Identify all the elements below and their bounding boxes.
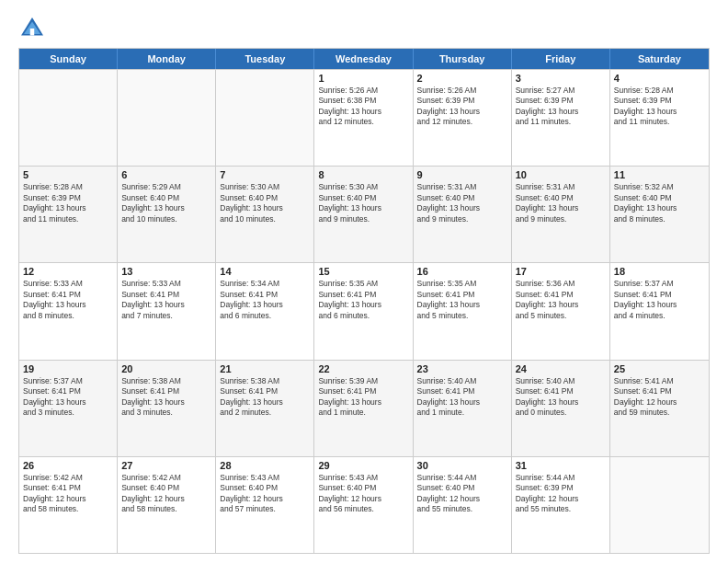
svg-rect-2 (30, 29, 35, 36)
day-headers: SundayMondayTuesdayWednesdayThursdayFrid… (19, 49, 709, 69)
calendar-day: 26Sunrise: 5:42 AM Sunset: 6:41 PM Dayli… (19, 457, 118, 553)
day-number: 14 (220, 266, 310, 277)
day-info: Sunrise: 5:37 AM Sunset: 6:41 PM Dayligh… (23, 376, 113, 419)
week-row: 26Sunrise: 5:42 AM Sunset: 6:41 PM Dayli… (19, 456, 709, 553)
day-number: 29 (318, 460, 408, 471)
calendar-day: 24Sunrise: 5:40 AM Sunset: 6:41 PM Dayli… (512, 361, 610, 456)
calendar-day: 17Sunrise: 5:36 AM Sunset: 6:41 PM Dayli… (512, 263, 610, 359)
day-info: Sunrise: 5:34 AM Sunset: 6:41 PM Dayligh… (220, 279, 310, 321)
day-number: 13 (121, 266, 211, 277)
logo-icon (18, 15, 46, 42)
day-info: Sunrise: 5:42 AM Sunset: 6:40 PM Dayligh… (121, 473, 211, 515)
day-number: 20 (121, 363, 211, 374)
calendar-day: 28Sunrise: 5:43 AM Sunset: 6:40 PM Dayli… (216, 457, 314, 553)
day-number: 19 (23, 363, 113, 374)
day-number: 8 (318, 169, 408, 180)
day-info: Sunrise: 5:29 AM Sunset: 6:40 PM Dayligh… (121, 182, 211, 224)
calendar: SundayMondayTuesdayWednesdayThursdayFrid… (18, 48, 710, 554)
week-row: 19Sunrise: 5:37 AM Sunset: 6:41 PM Dayli… (19, 360, 709, 456)
day-number: 18 (614, 266, 705, 277)
day-number: 15 (318, 266, 408, 277)
empty-day (216, 70, 314, 166)
day-number: 23 (417, 363, 507, 374)
day-header: Tuesday (216, 49, 314, 69)
day-info: Sunrise: 5:38 AM Sunset: 6:41 PM Dayligh… (220, 376, 310, 419)
day-number: 7 (220, 169, 310, 180)
empty-day (118, 70, 216, 166)
calendar-day: 11Sunrise: 5:32 AM Sunset: 6:40 PM Dayli… (610, 167, 709, 262)
day-info: Sunrise: 5:38 AM Sunset: 6:41 PM Dayligh… (121, 376, 211, 419)
day-number: 16 (417, 266, 507, 277)
day-info: Sunrise: 5:31 AM Sunset: 6:40 PM Dayligh… (516, 182, 606, 224)
day-number: 24 (516, 363, 606, 374)
day-number: 21 (220, 363, 310, 374)
week-row: 5Sunrise: 5:28 AM Sunset: 6:39 PM Daylig… (19, 166, 709, 262)
calendar-day: 13Sunrise: 5:33 AM Sunset: 6:41 PM Dayli… (118, 263, 216, 359)
day-info: Sunrise: 5:26 AM Sunset: 6:38 PM Dayligh… (318, 86, 408, 128)
day-number: 6 (121, 169, 211, 180)
day-info: Sunrise: 5:35 AM Sunset: 6:41 PM Dayligh… (417, 279, 507, 321)
calendar-day: 1Sunrise: 5:26 AM Sunset: 6:38 PM Daylig… (314, 70, 413, 166)
day-number: 9 (417, 169, 507, 180)
calendar-day: 22Sunrise: 5:39 AM Sunset: 6:41 PM Dayli… (314, 361, 413, 456)
day-info: Sunrise: 5:28 AM Sunset: 6:39 PM Dayligh… (614, 86, 705, 128)
day-number: 27 (121, 460, 211, 471)
day-number: 28 (220, 460, 310, 471)
calendar-day: 19Sunrise: 5:37 AM Sunset: 6:41 PM Dayli… (19, 361, 118, 456)
day-info: Sunrise: 5:26 AM Sunset: 6:39 PM Dayligh… (417, 86, 507, 128)
calendar-day: 31Sunrise: 5:44 AM Sunset: 6:39 PM Dayli… (512, 457, 610, 553)
day-info: Sunrise: 5:44 AM Sunset: 6:39 PM Dayligh… (516, 473, 606, 515)
calendar-day: 10Sunrise: 5:31 AM Sunset: 6:40 PM Dayli… (512, 167, 610, 262)
empty-day (610, 457, 709, 553)
calendar-day: 7Sunrise: 5:30 AM Sunset: 6:40 PM Daylig… (216, 167, 314, 262)
day-header: Monday (118, 49, 216, 69)
day-number: 25 (614, 363, 705, 374)
day-info: Sunrise: 5:44 AM Sunset: 6:40 PM Dayligh… (417, 473, 507, 515)
day-info: Sunrise: 5:28 AM Sunset: 6:39 PM Dayligh… (23, 182, 113, 224)
day-info: Sunrise: 5:41 AM Sunset: 6:41 PM Dayligh… (614, 376, 705, 419)
day-info: Sunrise: 5:30 AM Sunset: 6:40 PM Dayligh… (220, 182, 310, 224)
day-number: 12 (23, 266, 113, 277)
logo (18, 15, 50, 42)
day-number: 4 (614, 73, 705, 84)
day-info: Sunrise: 5:43 AM Sunset: 6:40 PM Dayligh… (318, 473, 408, 515)
calendar-day: 29Sunrise: 5:43 AM Sunset: 6:40 PM Dayli… (314, 457, 413, 553)
day-info: Sunrise: 5:31 AM Sunset: 6:40 PM Dayligh… (417, 182, 507, 224)
calendar-day: 30Sunrise: 5:44 AM Sunset: 6:40 PM Dayli… (414, 457, 512, 553)
day-info: Sunrise: 5:27 AM Sunset: 6:39 PM Dayligh… (516, 86, 606, 128)
day-info: Sunrise: 5:33 AM Sunset: 6:41 PM Dayligh… (121, 279, 211, 321)
empty-day (19, 70, 118, 166)
day-info: Sunrise: 5:40 AM Sunset: 6:41 PM Dayligh… (417, 376, 507, 419)
day-number: 10 (516, 169, 606, 180)
header (18, 15, 710, 42)
day-header: Thursday (414, 49, 512, 69)
calendar-day: 5Sunrise: 5:28 AM Sunset: 6:39 PM Daylig… (19, 167, 118, 262)
day-info: Sunrise: 5:36 AM Sunset: 6:41 PM Dayligh… (516, 279, 606, 321)
weeks: 1Sunrise: 5:26 AM Sunset: 6:38 PM Daylig… (19, 69, 709, 553)
day-number: 1 (318, 73, 408, 84)
calendar-day: 2Sunrise: 5:26 AM Sunset: 6:39 PM Daylig… (414, 70, 512, 166)
day-number: 17 (516, 266, 606, 277)
day-info: Sunrise: 5:39 AM Sunset: 6:41 PM Dayligh… (318, 376, 408, 419)
calendar-day: 4Sunrise: 5:28 AM Sunset: 6:39 PM Daylig… (610, 70, 709, 166)
week-row: 1Sunrise: 5:26 AM Sunset: 6:38 PM Daylig… (19, 69, 709, 166)
day-header: Wednesday (314, 49, 413, 69)
calendar-day: 8Sunrise: 5:30 AM Sunset: 6:40 PM Daylig… (314, 167, 413, 262)
calendar-day: 14Sunrise: 5:34 AM Sunset: 6:41 PM Dayli… (216, 263, 314, 359)
calendar-day: 6Sunrise: 5:29 AM Sunset: 6:40 PM Daylig… (118, 167, 216, 262)
calendar-day: 25Sunrise: 5:41 AM Sunset: 6:41 PM Dayli… (610, 361, 709, 456)
day-info: Sunrise: 5:33 AM Sunset: 6:41 PM Dayligh… (23, 279, 113, 321)
calendar-day: 20Sunrise: 5:38 AM Sunset: 6:41 PM Dayli… (118, 361, 216, 456)
day-number: 3 (516, 73, 606, 84)
calendar-day: 16Sunrise: 5:35 AM Sunset: 6:41 PM Dayli… (414, 263, 512, 359)
calendar-day: 18Sunrise: 5:37 AM Sunset: 6:41 PM Dayli… (610, 263, 709, 359)
calendar-day: 9Sunrise: 5:31 AM Sunset: 6:40 PM Daylig… (414, 167, 512, 262)
day-info: Sunrise: 5:32 AM Sunset: 6:40 PM Dayligh… (614, 182, 705, 224)
day-number: 2 (417, 73, 507, 84)
day-header: Sunday (19, 49, 118, 69)
day-number: 22 (318, 363, 408, 374)
day-number: 5 (23, 169, 113, 180)
day-info: Sunrise: 5:35 AM Sunset: 6:41 PM Dayligh… (318, 279, 408, 321)
day-number: 30 (417, 460, 507, 471)
calendar-day: 3Sunrise: 5:27 AM Sunset: 6:39 PM Daylig… (512, 70, 610, 166)
